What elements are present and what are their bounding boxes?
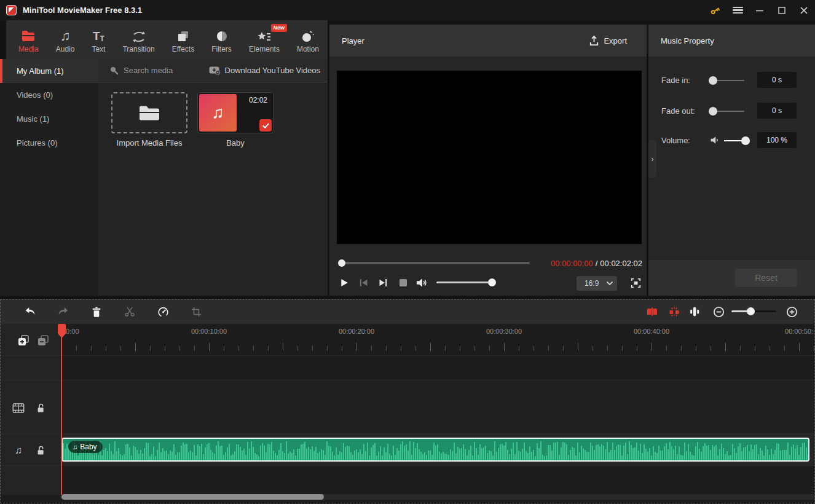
menu-button[interactable] (726, 0, 749, 20)
remove-track-button[interactable] (37, 334, 49, 347)
tab-audio[interactable]: ♫ Audio (52, 20, 79, 59)
ruler-label: 00:00:20:00 (339, 328, 374, 335)
reset-button[interactable]: Reset (735, 269, 797, 287)
video-preview[interactable] (337, 71, 642, 244)
fade-in-thumb[interactable] (709, 76, 717, 85)
music-property-header: Music Property (648, 25, 815, 57)
undo-button[interactable] (23, 305, 37, 318)
tab-elements[interactable]: New Elements (245, 20, 283, 59)
zoom-out-button[interactable] (712, 305, 725, 318)
maximize-icon (777, 6, 787, 15)
audio-waveform-icon[interactable] (688, 305, 701, 318)
mute-button[interactable] (415, 276, 428, 289)
register-key-button[interactable] (704, 0, 726, 20)
video-track-icon (12, 402, 25, 414)
video-track-lock-button[interactable] (34, 402, 47, 414)
music-clip-baby[interactable]: ♫ Baby (61, 438, 809, 462)
seek-bar[interactable] (339, 262, 530, 264)
fade-in-value[interactable]: 0 s (757, 72, 797, 88)
tab-label: Motion (297, 45, 319, 53)
seek-thumb[interactable] (338, 259, 345, 267)
timeline-zoom-thumb[interactable] (747, 307, 755, 315)
music-volume-slider[interactable] (724, 140, 747, 141)
tab-transition[interactable]: Transition (119, 20, 158, 59)
redo-button[interactable] (57, 305, 70, 318)
minimize-button[interactable] (749, 0, 771, 20)
app-title: MiniTool MovieMaker Free 8.3.1 (23, 6, 142, 15)
add-track-button[interactable] (17, 334, 30, 347)
music-track-lock-button[interactable] (34, 444, 47, 457)
sidebar-item-music[interactable]: Music (1) (0, 107, 98, 131)
timeline-toolbar (0, 299, 815, 324)
music-property-panel: Fade in: 0 s Fade out: 0 s Volume: 100 % (648, 57, 815, 260)
fullscreen-button[interactable] (629, 277, 642, 289)
download-youtube-button[interactable]: Download YouTube Videos (209, 66, 320, 75)
time-separator: / (596, 259, 598, 268)
next-frame-button[interactable] (377, 276, 389, 289)
added-check-badge (259, 119, 272, 132)
reset-label: Reset (755, 273, 778, 283)
split-clip-icon[interactable] (667, 305, 681, 318)
search-media-input[interactable]: Search media (109, 66, 173, 75)
sidebar-item-videos[interactable]: Videos (0) (0, 83, 98, 107)
fade-out-slider[interactable] (710, 111, 744, 112)
tab-filters[interactable]: Filters (208, 20, 235, 59)
tab-effects[interactable]: Effects (168, 20, 198, 59)
transition-arrows-icon (132, 27, 146, 43)
youtube-download-icon (209, 66, 221, 75)
timeline-scrollbar[interactable] (60, 494, 815, 500)
sidebar-item-label: My Album (1) (17, 66, 64, 76)
tab-label: Effects (172, 45, 194, 53)
import-folder-icon (138, 104, 160, 122)
tab-label: Elements (249, 45, 280, 53)
panel-collapse-handle[interactable]: › (648, 140, 656, 178)
timeline-zoom-slider[interactable] (731, 310, 776, 312)
media-item-baby[interactable]: ♫ 02:02 (197, 92, 274, 133)
export-button[interactable]: Export (589, 35, 627, 46)
speaker-icon (710, 135, 720, 145)
previous-frame-button[interactable] (357, 276, 369, 289)
play-button[interactable] (337, 276, 350, 289)
aspect-ratio-value: 16:9 (585, 279, 599, 288)
sidebar-item-pictures[interactable]: Pictures (0) (0, 131, 98, 155)
titlebar: MiniTool MovieMaker Free 8.3.1 (0, 0, 815, 20)
tab-text[interactable]: TT Text (88, 20, 109, 59)
delete-button[interactable] (90, 305, 103, 318)
fit-timeline-icon[interactable] (645, 305, 659, 318)
volume-value[interactable]: 100 % (757, 132, 797, 148)
sidebar-item-my-album[interactable]: My Album (1) (0, 59, 98, 83)
text-icon: TT (93, 27, 104, 43)
player-volume-slider[interactable] (436, 282, 495, 283)
fade-in-slider[interactable] (710, 80, 744, 81)
maximize-button[interactable] (771, 0, 793, 20)
titlebar-actions (704, 0, 815, 20)
crop-button[interactable] (189, 305, 203, 318)
key-icon (709, 4, 722, 17)
tab-media[interactable]: Media (15, 20, 42, 59)
player-volume-thumb[interactable] (488, 278, 496, 286)
video-track-lane[interactable] (60, 380, 815, 433)
music-note-icon: ♫ (73, 443, 77, 451)
volume-label: Volume: (661, 136, 690, 145)
stop-button[interactable] (397, 276, 409, 289)
new-badge: New (271, 24, 287, 32)
speed-button[interactable] (156, 305, 170, 318)
timeline-scrollbar-thumb[interactable] (61, 494, 324, 500)
clip-duration: 02:02 (249, 96, 267, 104)
app-logo (6, 5, 17, 15)
close-button[interactable] (793, 0, 815, 20)
split-scissors-button[interactable] (123, 305, 136, 318)
effects-icon (176, 27, 190, 43)
media-topbar: Search media Download YouTube Videos (98, 59, 328, 82)
zoom-in-button[interactable] (785, 305, 798, 318)
sidebar-item-label: Pictures (0) (17, 138, 57, 148)
music-note-icon: ♫ (60, 27, 71, 43)
aspect-ratio-select[interactable]: 16:9 (577, 276, 617, 291)
music-volume-thumb[interactable] (741, 136, 750, 145)
fade-out-value[interactable]: 0 s (757, 103, 797, 119)
fade-out-thumb[interactable] (709, 107, 717, 116)
import-media-button[interactable] (111, 92, 187, 133)
fade-in-label: Fade in: (661, 76, 690, 85)
tab-motion[interactable]: Motion (293, 20, 323, 59)
app-window: MiniTool MovieMaker Free 8.3.1 (0, 0, 815, 504)
